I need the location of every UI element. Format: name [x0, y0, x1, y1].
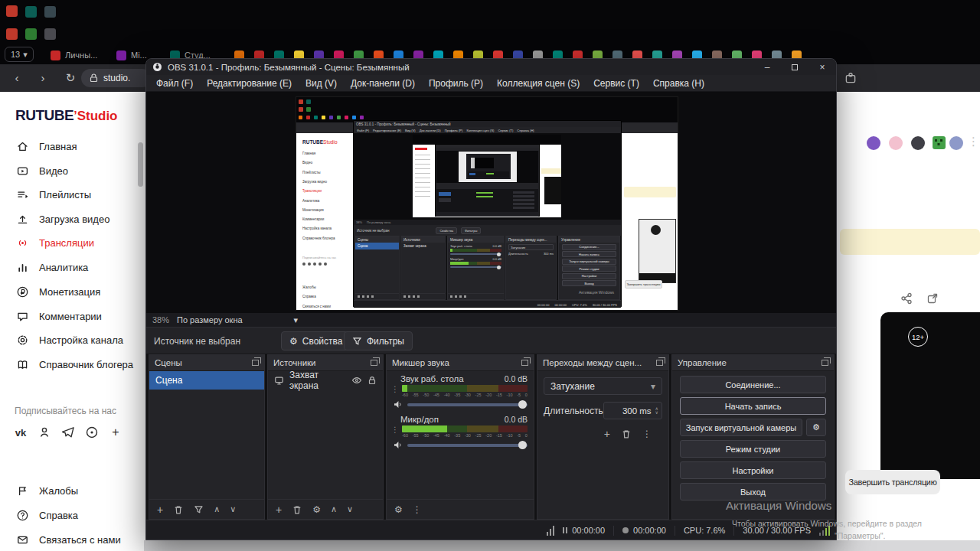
sidebar-item-complaints[interactable]: Жалобы: [0, 480, 145, 501]
preview-canvas[interactable]: RUTUBEStudio Главная Видео Плейлисты Заг…: [146, 92, 836, 313]
studio-mode-button[interactable]: Режим студии: [680, 440, 826, 458]
settings-button[interactable]: Настройки: [680, 461, 826, 479]
sidebar-item-home[interactable]: Главная: [0, 135, 145, 157]
duration-spinner[interactable]: 300 ms ∧∨: [603, 402, 662, 419]
properties-button[interactable]: ⚙ Свойства: [281, 331, 351, 350]
creeper-extension-icon[interactable]: [933, 136, 946, 149]
transition-menu-icon[interactable]: ⋮: [642, 429, 652, 439]
rutube-logo[interactable]: RUTUBE’Studio: [15, 107, 118, 124]
menu-scene-collection[interactable]: Коллекция сцен (S): [490, 78, 586, 89]
add-transition-icon[interactable]: +: [604, 429, 610, 439]
close-button[interactable]: ×: [808, 59, 836, 75]
remove-scene-icon[interactable]: [173, 504, 184, 515]
menu-profile[interactable]: Профиль (P): [422, 78, 490, 89]
lock-icon[interactable]: [368, 376, 377, 385]
sidebar-item-upload[interactable]: Загрузка видео: [0, 208, 145, 230]
obs-titlebar[interactable]: OBS 31.0.1 - Профиль: Безымянный - Сцены…: [146, 59, 836, 75]
forward-icon[interactable]: ›: [35, 70, 51, 86]
sidebar-item-analytics[interactable]: Аналитика: [0, 256, 145, 278]
pinned-tab-favicons-row2[interactable]: [6, 28, 18, 40]
channel-menu-icon[interactable]: ⋮: [391, 425, 399, 438]
remove-transition-icon[interactable]: [621, 429, 632, 439]
minimize-button[interactable]: –: [753, 59, 781, 75]
tab-search-counter[interactable]: 13 ▾: [5, 47, 34, 62]
reload-icon[interactable]: ↻: [63, 70, 78, 86]
speaker-icon[interactable]: [393, 440, 403, 450]
vk-icon[interactable]: vk: [12, 424, 29, 441]
sidebar-item-comments[interactable]: Комментарии: [0, 305, 145, 327]
volume-slider[interactable]: [407, 444, 528, 447]
virtual-camera-settings-button[interactable]: ⚙: [806, 419, 826, 436]
scene-item[interactable]: Сцена: [149, 371, 264, 390]
eye-icon[interactable]: [351, 376, 362, 385]
move-up-icon[interactable]: ∧: [214, 504, 220, 514]
filters-button[interactable]: Фильтры: [344, 331, 413, 350]
speaker-icon[interactable]: [393, 399, 403, 409]
move-down-icon[interactable]: ∨: [230, 504, 236, 514]
menu-tools[interactable]: Сервис (T): [586, 78, 646, 89]
sidebar-item-playlists[interactable]: Плейлисты: [0, 184, 145, 205]
volume-slider[interactable]: [407, 403, 528, 406]
menu-view[interactable]: Вид (V): [299, 78, 344, 89]
telegram-icon[interactable]: [60, 424, 77, 441]
move-down-icon[interactable]: ∨: [347, 504, 353, 514]
sidebar-item-help[interactable]: Справка: [0, 504, 145, 526]
profile-avatar[interactable]: [949, 136, 963, 150]
advanced-audio-icon[interactable]: ⚙: [394, 505, 403, 514]
viber-icon[interactable]: [83, 424, 100, 441]
zoom-fit-dropdown[interactable]: По размеру окна ▾: [177, 315, 298, 325]
sidebar-item-videos[interactable]: Видео: [0, 160, 145, 181]
extensions-puzzle-icon[interactable]: [844, 71, 858, 85]
address-bar[interactable]: studio.: [81, 69, 152, 87]
start-streaming-button[interactable]: Соединение...: [680, 376, 826, 393]
ok-icon[interactable]: [36, 424, 53, 441]
menu-docks[interactable]: Док-панели (D): [344, 78, 422, 89]
browser-tab[interactable]: Личны...: [51, 48, 97, 62]
back-icon[interactable]: ‹: [9, 70, 24, 86]
remove-source-icon[interactable]: [292, 504, 302, 515]
meter-tick: -35: [454, 433, 460, 438]
slider-knob[interactable]: [518, 441, 527, 449]
extension-icon[interactable]: [911, 136, 925, 150]
menu-help[interactable]: Справка (H): [646, 78, 711, 89]
mixer-menu-icon[interactable]: ⋮: [413, 505, 422, 514]
scrollbar-thumb[interactable]: [138, 142, 143, 187]
slider-knob[interactable]: [518, 400, 527, 409]
browser-menu-icon[interactable]: ⋮: [968, 135, 979, 148]
add-source-icon[interactable]: +: [276, 504, 282, 515]
popout-icon[interactable]: [521, 360, 528, 366]
sidebar-item-blogger-guide[interactable]: Справочник блогера: [0, 354, 145, 375]
end-stream-button[interactable]: Завершить трансляцию: [845, 470, 940, 494]
menu-file[interactable]: Файл (F): [149, 78, 200, 89]
share-icon[interactable]: [900, 292, 913, 305]
sidebar-item-contact[interactable]: Связаться с нами: [0, 529, 145, 550]
extension-icon[interactable]: [867, 136, 880, 150]
maximize-button[interactable]: [781, 59, 808, 75]
virtual-camera-button[interactable]: Запуск виртуальной камеры: [680, 419, 802, 436]
pinned-tab-favicons-row1[interactable]: [6, 5, 18, 17]
source-item[interactable]: Захват экрана: [268, 371, 383, 390]
scene-filters-icon[interactable]: [194, 504, 204, 514]
sidebar-item-monetization[interactable]: Монетизация: [0, 281, 145, 302]
extension-icon[interactable]: [889, 136, 903, 150]
popout-icon[interactable]: [371, 360, 377, 366]
menu-edit[interactable]: Редактирование (E): [200, 78, 299, 89]
transition-type-dropdown[interactable]: Затухание ▾: [544, 377, 662, 395]
sidebar-item-broadcasts[interactable]: Трансляции: [0, 232, 145, 253]
channel-menu-icon[interactable]: ⋮: [391, 385, 399, 397]
sidebar-item-channel-settings[interactable]: Настройка канала: [0, 329, 145, 350]
start-recording-button[interactable]: Начать запись: [680, 397, 826, 415]
move-up-icon[interactable]: ∧: [331, 504, 337, 514]
source-properties-icon[interactable]: ⚙: [312, 505, 321, 514]
spinner-arrows[interactable]: ∧∨: [655, 407, 658, 415]
record-dot-icon: [622, 527, 629, 533]
add-scene-icon[interactable]: +: [157, 504, 163, 515]
sidebar-item-label: Видео: [39, 165, 68, 177]
add-social-icon[interactable]: +: [107, 424, 124, 441]
exit-button[interactable]: Выход: [680, 483, 826, 500]
external-link-icon[interactable]: [926, 292, 939, 305]
popout-icon[interactable]: [822, 360, 828, 366]
popout-icon[interactable]: [252, 360, 259, 366]
popout-icon[interactable]: [656, 360, 663, 366]
browser-tab[interactable]: Mi...: [116, 48, 147, 62]
